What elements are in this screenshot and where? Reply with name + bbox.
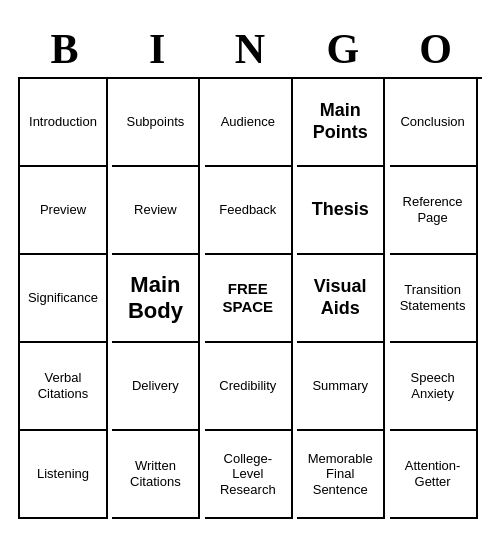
bingo-cell-14: Transition Statements [390, 255, 478, 343]
bingo-letter-g: G [299, 25, 387, 73]
bingo-cell-21: Written Citations [112, 431, 200, 519]
bingo-cell-6: Review [112, 167, 200, 255]
bingo-cell-24: Attention-Getter [390, 431, 478, 519]
bingo-cell-0: Introduction [20, 79, 108, 167]
bingo-cell-15: Verbal Citations [20, 343, 108, 431]
bingo-letter-b: B [20, 25, 108, 73]
bingo-cell-20: Listening [20, 431, 108, 519]
bingo-cell-16: Delivery [112, 343, 200, 431]
bingo-cell-2: Audience [205, 79, 293, 167]
bingo-cell-19: Speech Anxiety [390, 343, 478, 431]
bingo-letter-i: I [113, 25, 201, 73]
bingo-cell-18: Summary [297, 343, 385, 431]
bingo-cell-17: Credibility [205, 343, 293, 431]
bingo-cell-5: Preview [20, 167, 108, 255]
bingo-cell-3: Main Points [297, 79, 385, 167]
bingo-card: BINGO IntroductionSubpointsAudienceMain … [10, 17, 490, 527]
bingo-cell-13: Visual Aids [297, 255, 385, 343]
bingo-letter-o: O [392, 25, 480, 73]
bingo-cell-9: Reference Page [390, 167, 478, 255]
bingo-grid: IntroductionSubpointsAudienceMain Points… [18, 77, 482, 519]
bingo-cell-12: FREE SPACE [205, 255, 293, 343]
bingo-cell-22: College-Level Research [205, 431, 293, 519]
bingo-cell-1: Subpoints [112, 79, 200, 167]
bingo-cell-8: Thesis [297, 167, 385, 255]
bingo-cell-4: Conclusion [390, 79, 478, 167]
bingo-cell-11: Main Body [112, 255, 200, 343]
bingo-title: BINGO [18, 25, 482, 73]
bingo-cell-23: Memorable Final Sentence [297, 431, 385, 519]
bingo-cell-7: Feedback [205, 167, 293, 255]
bingo-cell-10: Significance [20, 255, 108, 343]
bingo-letter-n: N [206, 25, 294, 73]
